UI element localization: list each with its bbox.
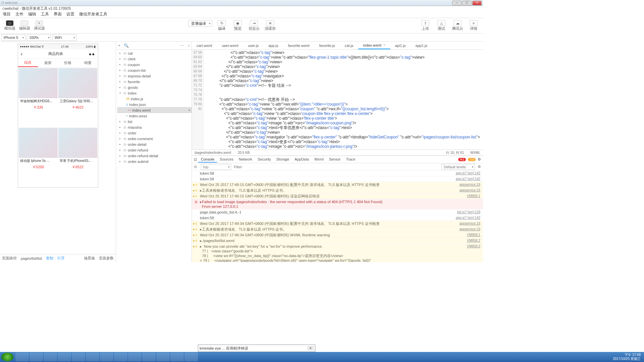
code-editor[interactable]: </"c-attr">class="c-tag">view> <"c-attr"… [204, 50, 483, 149]
error-count[interactable]: ✕1 [458, 158, 466, 161]
editor-tab[interactable]: index.wxml× [358, 42, 390, 49]
filter-input[interactable] [234, 165, 437, 169]
filter-tab[interactable]: 综合 [18, 59, 38, 67]
console-settings-icon[interactable]: ⚙ [478, 165, 481, 169]
folder-item[interactable]: ▸🗀order-refund-detail [116, 153, 192, 159]
close-button[interactable]: ✕ [472, 1, 482, 5]
folder-item[interactable]: ▾🗀index [116, 90, 192, 96]
devtools-tab[interactable]: Sensor [326, 157, 343, 163]
file-item[interactable]: JSindex.js [116, 96, 192, 102]
devtools-tab[interactable]: Console [198, 157, 217, 163]
console-log-line[interactable]: token:58app.js? [sm]:142 [192, 176, 483, 182]
search-icon[interactable]: 🔍 [124, 43, 129, 48]
console-log-line[interactable]: ▸Failed to load image /pages/index/index… [192, 199, 483, 209]
menu-item[interactable]: 文件 [15, 11, 23, 17]
folder-item[interactable]: ▸🗀order [116, 130, 192, 136]
product-card[interactable]: 三星Galaxy S||| I930...￥4622 [58, 68, 97, 127]
toolbar-button[interactable]: ⇥切后台 [247, 20, 261, 31]
console-log-line[interactable]: ▸./pages/list/list.wxmlVM858:2 [192, 238, 483, 244]
console-log-line[interactable]: Wed Oct 25 2017 17:49:34 GMT+0800 (中国标准时… [192, 221, 483, 227]
editor-tab[interactable]: app.js [264, 42, 283, 49]
editor-tab[interactable]: favorite.js [315, 42, 340, 49]
devtools-settings-icon[interactable]: ⚙ [478, 157, 481, 162]
devtools-tab[interactable]: Trace [343, 157, 358, 163]
levels-select[interactable]: Default levels [441, 164, 475, 170]
console-log-line[interactable]: page.data.goods_list:4,-1list.js? [sm]:1… [192, 209, 483, 215]
toolbar-button[interactable]: ☁腾讯云 [451, 20, 464, 31]
toolbar-button[interactable]: ◉预览 [231, 20, 245, 31]
menu-item[interactable]: 微信开发者工具 [79, 11, 107, 17]
folder-item[interactable]: ▸🗀express-detail [116, 73, 192, 79]
console-log-line[interactable]: Wed Oct 25 2017 17:49:34 GMT+0800 (中国标准时… [192, 232, 483, 238]
clear-console-icon[interactable]: ⊘ [194, 165, 197, 169]
toolbar-button[interactable]: ⇧上传 [419, 20, 432, 31]
editor-tab[interactable]: user.wxml [217, 42, 243, 49]
file-item[interactable]: <>index.wxml [117, 107, 192, 113]
menu-item[interactable]: 界面 [54, 11, 62, 17]
editor-tab[interactable]: api1.js [390, 42, 411, 49]
filter-tab[interactable]: 最新 [38, 59, 58, 67]
file-item[interactable]: ≡index.wxss [116, 113, 192, 119]
open-link[interactable]: 打开 [57, 256, 65, 261]
copy-link[interactable]: 复制 [46, 256, 53, 261]
toolbar-button[interactable]: 编辑器 [17, 19, 32, 33]
product-card[interactable]: 苹果 手机iPhone5S...￥6522 [58, 128, 97, 187]
folder-item[interactable]: ▸🗀order-detail [116, 141, 192, 147]
split-icon[interactable]: ⫞ [187, 43, 190, 48]
devtools-tab[interactable]: Network [236, 157, 255, 163]
minimize-button[interactable]: — [452, 1, 462, 5]
device-select[interactable]: iPhone 5 [1, 34, 25, 41]
menu-item[interactable]: 设置 [66, 11, 74, 17]
menu-item[interactable]: 编辑 [28, 11, 36, 17]
add-file-icon[interactable]: + [118, 43, 120, 48]
folder-item[interactable]: ▸🗀coupon-list [116, 67, 192, 73]
editor-tab[interactable]: cat.js [340, 42, 359, 49]
folder-item[interactable]: ▸🗀order-refund [116, 147, 192, 153]
console-output[interactable]: token:58app.js? [sm]:142token:58app.js? … [192, 171, 483, 262]
filter-tab[interactable]: 销量 [78, 59, 98, 67]
menu-item[interactable]: 项目 [3, 11, 11, 17]
folder-item[interactable]: ▸🗀order-submit [116, 159, 192, 164]
editor-tab[interactable]: cart.wxml [192, 42, 217, 49]
toolbar-button[interactable]: ⌖调试器 [32, 19, 46, 33]
editor-tab[interactable]: app1.js [411, 42, 432, 49]
toolbar-button[interactable]: △测试 [435, 20, 448, 31]
devtools-tab[interactable]: Sources [217, 157, 236, 163]
console-log-line[interactable]: token:58app.js? [sm]:142 [192, 215, 483, 221]
console-log-line[interactable]: ▸工具未检验请求域名、TLS 版本以及 HTTPS 证书。appservice:… [192, 188, 483, 193]
zoom-select[interactable]: 100% [27, 34, 51, 41]
more-icon[interactable]: ⋯ [180, 43, 184, 48]
console-log-line[interactable]: ▸ Now you can provide attr "wx:key" for … [192, 244, 483, 262]
toolbar-button[interactable]: ↻编译 [215, 20, 228, 31]
product-card[interactable]: 华迪智能网关HDG6...￥339 [19, 68, 58, 127]
toolbar-button[interactable]: □模拟器 [3, 19, 17, 33]
folder-item[interactable]: ▸🗀order-comment [116, 136, 192, 141]
editor-tab[interactable]: user.js [243, 42, 264, 49]
back-icon[interactable]: ‹ [21, 51, 22, 57]
devtools-tab[interactable]: AppData [292, 157, 312, 163]
console-log-line[interactable]: Wed Oct 25 2017 17:49:15 GMT+0800 (中国标准时… [192, 193, 483, 199]
more-icon[interactable]: ●● [89, 51, 95, 57]
product-card[interactable]: 移动版 Iphone 5s ...￥5200 [19, 128, 58, 187]
network-select[interactable]: WiFi [52, 34, 76, 41]
context-select[interactable]: top [201, 164, 231, 170]
folder-item[interactable]: ▸🗀cat [116, 50, 192, 56]
folder-item[interactable]: ▸🗀favorite [116, 79, 192, 84]
maximize-button[interactable]: ▢ [462, 1, 472, 5]
warning-count[interactable]: ⚠4 [468, 158, 476, 161]
folder-item[interactable]: ▸🗀goods [116, 84, 192, 90]
console-log-line[interactable]: Wed Oct 25 2017 17:49:15 GMT+0800 (中国标准时… [192, 182, 483, 188]
devtools-tab[interactable]: Security [255, 157, 274, 163]
console-log-line[interactable]: ▸工具未检验请求域名、TLS 版本以及 HTTPS 证书。appservice:… [192, 227, 483, 232]
devtools-tab[interactable]: Wxml [312, 157, 326, 163]
folder-item[interactable]: ▸🗀clerk [116, 56, 192, 62]
menu-item[interactable]: 工具 [41, 11, 49, 17]
inspect-icon[interactable]: ⊡ [194, 157, 197, 162]
folder-item[interactable]: ▸🗀list [116, 119, 192, 124]
folder-item[interactable]: ▸🗀coupon [116, 62, 192, 67]
toolbar-button[interactable]: ≡详情 [467, 20, 480, 31]
editor-tab[interactable]: favorite.wxml [283, 42, 315, 49]
devtools-tab[interactable]: Storage [274, 157, 292, 163]
file-item[interactable]: {}index.json [116, 102, 192, 107]
console-log-line[interactable]: token:58app.js? [sm]:142 [192, 171, 483, 176]
